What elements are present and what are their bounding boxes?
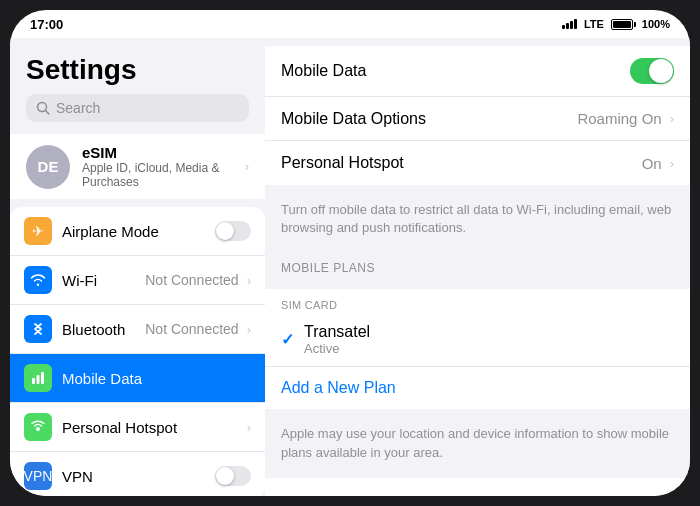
sidebar: Settings Search DE eSIM Apple ID, iCloud… [10, 38, 265, 496]
add-plan-row[interactable]: Add a New Plan [265, 367, 690, 409]
wifi-chevron-icon: › [247, 273, 251, 288]
mobile-plans-header: MOBILE PLANS [265, 245, 690, 281]
status-icons: LTE 100% [562, 18, 670, 30]
settings-group-1: ✈ Airplane Mode Wi-Fi N [10, 207, 265, 496]
hotspot-label: Personal Hotspot [62, 419, 243, 436]
sim-name: Transatel [304, 323, 370, 341]
search-placeholder: Search [56, 100, 100, 116]
add-plan-info-text: Apple may use your location and device i… [265, 417, 690, 469]
mobile-data-options-value: Roaming On [577, 110, 661, 127]
right-panel: Mobile Data Mobile Data Options Roaming … [265, 38, 690, 496]
sim-card-label: SIM Card [265, 289, 690, 313]
manage-account-link[interactable]: Manage Transatel Account... [281, 490, 516, 496]
mobile-plans-section: SIM Card ✓ Transatel Active Add a New Pl… [265, 289, 690, 409]
vpn-toggle[interactable] [215, 466, 251, 486]
manage-section: Manage Transatel Account... [265, 478, 690, 496]
personal-hotspot-chevron-icon: › [670, 156, 674, 171]
sidebar-item-wifi[interactable]: Wi-Fi Not Connected › [10, 256, 265, 305]
mobile-data-label: Mobile Data [281, 62, 630, 80]
mobile-data-row[interactable]: Mobile Data [265, 46, 690, 97]
avatar: DE [26, 145, 70, 189]
mobile-data-options-chevron-icon: › [670, 111, 674, 126]
personal-hotspot-label: Personal Hotspot [281, 154, 642, 172]
sidebar-item-mobiledata[interactable]: Mobile Data [10, 354, 265, 403]
device-frame: 17:00 LTE 100% Settings [10, 10, 690, 496]
mobiledata-label: Mobile Data [62, 370, 251, 387]
sim-info: Transatel Active [304, 323, 370, 356]
sidebar-item-bluetooth[interactable]: Bluetooth Not Connected › [10, 305, 265, 354]
main-content: Settings Search DE eSIM Apple ID, iCloud… [10, 38, 690, 496]
svg-rect-3 [37, 375, 40, 384]
bluetooth-label: Bluetooth [62, 321, 145, 338]
mobile-data-options-row[interactable]: Mobile Data Options Roaming On › [265, 97, 690, 141]
profile-name: eSIM [82, 144, 229, 161]
wifi-icon [24, 266, 52, 294]
manage-account-row[interactable]: Manage Transatel Account... [265, 478, 690, 496]
mobiledata-icon [24, 364, 52, 392]
personal-hotspot-value: On [642, 155, 662, 172]
status-time: 17:00 [30, 17, 63, 32]
bluetooth-chevron-icon: › [247, 322, 251, 337]
signal-bars-icon [562, 19, 577, 29]
search-bar[interactable]: Search [26, 94, 249, 122]
hotspot-chevron-icon: › [247, 420, 251, 435]
mobile-data-info-text: Turn off mobile data to restrict all dat… [265, 193, 690, 245]
top-settings-section: Mobile Data Mobile Data Options Roaming … [265, 46, 690, 185]
bluetooth-icon [24, 315, 52, 343]
wifi-value: Not Connected [145, 272, 238, 288]
sidebar-item-hotspot[interactable]: Personal Hotspot › [10, 403, 265, 452]
svg-rect-2 [32, 378, 35, 384]
sim-row[interactable]: ✓ Transatel Active [265, 313, 690, 367]
svg-line-1 [46, 111, 50, 115]
hotspot-icon [24, 413, 52, 441]
search-icon [36, 101, 50, 115]
profile-section[interactable]: DE eSIM Apple ID, iCloud, Media & Purcha… [10, 134, 265, 199]
vpn-label: VPN [62, 468, 215, 485]
profile-chevron-icon: › [245, 159, 249, 174]
airplane-icon: ✈ [24, 217, 52, 245]
settings-title: Settings [10, 38, 265, 94]
sidebar-item-vpn[interactable]: VPN VPN [10, 452, 265, 496]
personal-hotspot-row[interactable]: Personal Hotspot On › [265, 141, 690, 185]
profile-subtitle: Apple ID, iCloud, Media & Purchases [82, 161, 229, 189]
mobile-data-options-label: Mobile Data Options [281, 110, 577, 128]
status-bar: 17:00 LTE 100% [10, 10, 690, 38]
mobile-data-toggle[interactable] [630, 58, 674, 84]
lte-label: LTE [584, 18, 604, 30]
sim-check-icon: ✓ [281, 330, 294, 349]
airplane-toggle[interactable] [215, 221, 251, 241]
battery-percent: 100% [642, 18, 670, 30]
svg-point-5 [36, 427, 40, 431]
vpn-icon: VPN [24, 462, 52, 490]
profile-info: eSIM Apple ID, iCloud, Media & Purchases [82, 144, 229, 189]
battery-icon [611, 19, 636, 30]
sidebar-item-airplane[interactable]: ✈ Airplane Mode [10, 207, 265, 256]
bluetooth-value: Not Connected [145, 321, 238, 337]
add-plan-link[interactable]: Add a New Plan [281, 379, 396, 396]
sim-status: Active [304, 341, 370, 356]
wifi-label: Wi-Fi [62, 272, 145, 289]
airplane-label: Airplane Mode [62, 223, 215, 240]
svg-rect-4 [41, 372, 44, 384]
